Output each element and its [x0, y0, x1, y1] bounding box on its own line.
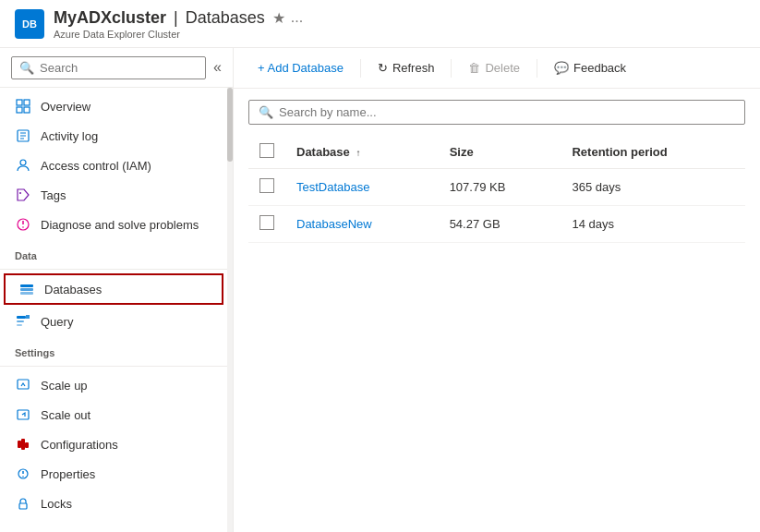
row-retention: 14 days — [561, 206, 745, 243]
header-icon: DB — [15, 9, 44, 39]
toolbar-separator-1 — [360, 59, 361, 78]
db-name-link[interactable]: DatabaseNew — [296, 217, 372, 231]
refresh-label: Refresh — [392, 61, 435, 75]
row-db-name: DatabaseNew — [285, 206, 439, 243]
sidebar: 🔍 « Overview — [0, 48, 234, 532]
svg-point-9 — [19, 192, 21, 194]
col-database[interactable]: Database ↑ — [285, 136, 439, 169]
toolbar: + Add Database ↻ Refresh 🗑 Delete 💬 Feed… — [234, 48, 760, 89]
favorite-star[interactable]: ★ — [272, 9, 285, 27]
svg-rect-18 — [17, 324, 22, 326]
delete-label: Delete — [485, 61, 520, 75]
tags-icon — [15, 187, 31, 203]
feedback-icon: 💬 — [554, 61, 569, 75]
sidebar-collapse-btn[interactable]: « — [210, 55, 225, 79]
configurations-icon — [15, 436, 31, 453]
col-size-label: Size — [450, 145, 474, 159]
svg-rect-28 — [19, 503, 27, 509]
svg-rect-13 — [20, 284, 33, 287]
query-icon — [15, 313, 31, 330]
databases-icon — [18, 281, 35, 297]
row-checkbox[interactable] — [259, 178, 274, 193]
sidebar-item-tags[interactable]: Tags — [0, 180, 227, 210]
db-search-input[interactable] — [279, 105, 735, 119]
svg-rect-14 — [20, 288, 33, 291]
delete-icon: 🗑 — [468, 61, 480, 75]
activity-log-label: Activity log — [41, 129, 98, 143]
refresh-button[interactable]: ↻ Refresh — [368, 55, 444, 80]
db-name-link[interactable]: TestDatabase — [296, 180, 370, 194]
svg-rect-3 — [24, 107, 30, 113]
feedback-label: Feedback — [573, 61, 626, 75]
sort-arrow: ↑ — [356, 148, 360, 158]
svg-rect-15 — [20, 292, 33, 295]
sidebar-search-box[interactable]: 🔍 — [11, 56, 206, 79]
add-database-button[interactable]: + Add Database — [248, 55, 353, 80]
sidebar-item-diagnose[interactable]: Diagnose and solve problems — [0, 210, 227, 239]
col-size: Size — [439, 136, 561, 169]
sidebar-item-query[interactable]: Query — [0, 307, 227, 336]
sidebar-item-overview[interactable]: Overview — [0, 91, 227, 121]
svg-rect-1 — [24, 100, 30, 105]
locks-icon — [15, 495, 31, 512]
col-database-label: Database — [296, 145, 350, 159]
diagnose-icon — [15, 216, 31, 233]
header-icon-text: DB — [22, 18, 37, 30]
svg-rect-16 — [17, 316, 26, 319]
sidebar-search-icon: 🔍 — [19, 61, 34, 75]
databases-table: Database ↑ Size Retention period — [248, 136, 745, 243]
sidebar-item-iam[interactable]: Access control (IAM) — [0, 151, 227, 180]
sidebar-item-scale-up[interactable]: Scale up — [0, 370, 227, 400]
overview-icon — [15, 98, 31, 115]
row-checkbox-cell — [248, 206, 285, 243]
content-body: 🔍 Database ↑ Size — [234, 89, 760, 532]
svg-point-8 — [20, 160, 26, 165]
row-checkbox[interactable] — [259, 215, 274, 230]
query-label: Query — [41, 315, 73, 329]
row-retention: 365 days — [561, 169, 745, 206]
sidebar-item-locks[interactable]: Locks — [0, 489, 227, 518]
properties-label: Properties — [41, 467, 95, 481]
locks-label: Locks — [41, 497, 72, 511]
feedback-button[interactable]: 💬 Feedback — [545, 55, 635, 80]
sidebar-item-databases[interactable]: Databases — [4, 273, 223, 305]
header-separator: | — [174, 8, 178, 28]
table-row: TestDatabase 107.79 KB 365 days — [248, 169, 745, 206]
header-checkbox[interactable] — [259, 143, 274, 158]
db-search-bar[interactable]: 🔍 — [248, 100, 745, 125]
header-page-title: Databases — [186, 8, 265, 28]
sidebar-item-configurations[interactable]: Configurations — [0, 429, 227, 459]
databases-label: Databases — [44, 283, 102, 296]
more-options[interactable]: ... — [291, 9, 303, 26]
sidebar-item-activity-log[interactable]: Activity log — [0, 121, 227, 151]
svg-rect-0 — [17, 100, 22, 105]
configurations-label: Configurations — [41, 438, 118, 452]
header-subtitle: Azure Data Explorer Cluster — [54, 29, 303, 40]
section-label-settings: Settings — [0, 336, 227, 362]
sidebar-search-input[interactable] — [40, 61, 198, 75]
svg-point-12 — [22, 226, 24, 228]
toolbar-separator-3 — [537, 59, 537, 78]
row-size: 107.79 KB — [439, 169, 561, 206]
header-cluster-name: MyADXcluster — [54, 8, 166, 28]
toolbar-separator-2 — [451, 59, 452, 78]
row-size: 54.27 GB — [439, 206, 561, 243]
header-title-group: MyADXcluster | Databases ★ ... Azure Dat… — [54, 8, 303, 40]
section-label-data: Data — [0, 239, 227, 265]
svg-rect-2 — [17, 107, 22, 113]
tags-label: Tags — [41, 188, 66, 202]
svg-rect-17 — [17, 320, 24, 322]
sidebar-item-scale-out[interactable]: Scale out — [0, 400, 227, 429]
refresh-icon: ↻ — [378, 61, 388, 75]
table-header-row: Database ↑ Size Retention period — [248, 136, 745, 169]
iam-label: Access control (IAM) — [41, 159, 151, 173]
data-divider — [0, 269, 227, 270]
col-checkbox — [248, 136, 285, 169]
delete-button[interactable]: 🗑 Delete — [459, 55, 529, 80]
scale-out-label: Scale out — [41, 408, 90, 422]
sidebar-nav: Overview Activity log Access control (IA… — [0, 88, 233, 532]
row-db-name: TestDatabase — [285, 169, 439, 206]
sidebar-item-properties[interactable]: Properties — [0, 459, 227, 489]
settings-divider — [0, 366, 227, 367]
svg-point-27 — [22, 476, 24, 478]
